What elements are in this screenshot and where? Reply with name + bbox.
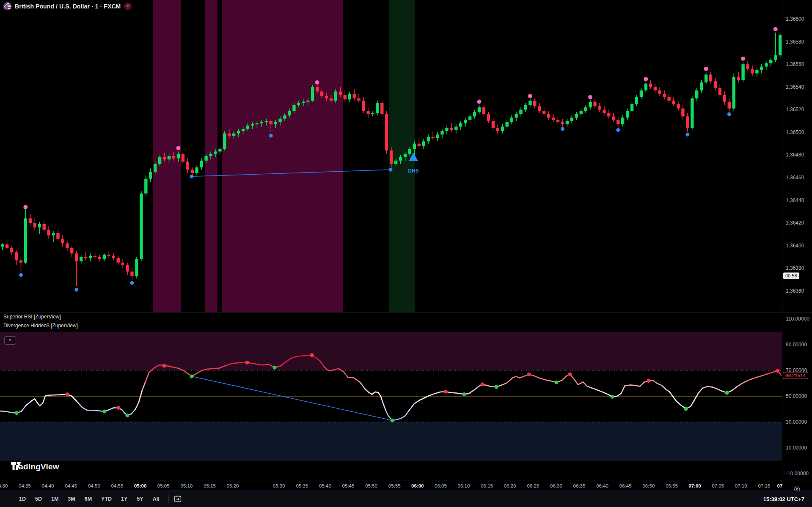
candle-body[interactable]	[144, 179, 147, 194]
candle-body[interactable]	[404, 154, 407, 157]
candle-body[interactable]	[200, 161, 203, 167]
price-axis[interactable]: 1.366001.365801.365601.365401.365201.365…	[782, 0, 812, 312]
candle-body[interactable]	[283, 115, 286, 119]
candle-body[interactable]	[311, 87, 314, 101]
candle-body[interactable]	[330, 98, 333, 100]
candle-body[interactable]	[135, 259, 138, 276]
candle-body[interactable]	[75, 253, 78, 261]
candle-body[interactable]	[413, 144, 416, 149]
candle-body[interactable]	[427, 137, 429, 142]
rsi-indicator-pane[interactable]	[0, 312, 782, 480]
candle-body[interactable]	[348, 94, 351, 99]
candle-body[interactable]	[487, 114, 490, 121]
candle-body[interactable]	[112, 256, 115, 258]
candle-body[interactable]	[251, 124, 254, 126]
range-button-6m[interactable]: 6M	[81, 494, 96, 504]
candle-body[interactable]	[278, 119, 281, 122]
candle-body[interactable]	[654, 87, 657, 90]
candle-body[interactable]	[186, 162, 189, 170]
candle-body[interactable]	[204, 156, 207, 161]
tradingview-logo[interactable]: TradingView	[11, 462, 59, 471]
candle-body[interactable]	[524, 105, 527, 110]
candle-body[interactable]	[80, 257, 83, 261]
candle-body[interactable]	[589, 102, 592, 107]
candle-body[interactable]	[459, 123, 462, 126]
candle-body[interactable]	[352, 94, 355, 99]
candle-body[interactable]	[38, 224, 41, 227]
collapse-indicator-button[interactable]: ^	[4, 336, 16, 345]
candle-body[interactable]	[218, 149, 221, 151]
candle-body[interactable]	[635, 97, 638, 104]
candle-body[interactable]	[566, 121, 569, 124]
candle-body[interactable]	[473, 112, 476, 117]
candle-body[interactable]	[418, 144, 421, 146]
candle-body[interactable]	[765, 63, 768, 66]
candle-body[interactable]	[580, 111, 583, 114]
candle-body[interactable]	[177, 154, 180, 159]
candle-body[interactable]	[66, 243, 69, 248]
candle-body[interactable]	[575, 114, 578, 118]
candle-body[interactable]	[751, 69, 754, 74]
candle-body[interactable]	[454, 126, 457, 130]
market-status-icon[interactable]: ≈	[124, 3, 132, 10]
candle-body[interactable]	[492, 121, 495, 128]
candle-body[interactable]	[746, 64, 749, 69]
candle-body[interactable]	[728, 102, 731, 109]
candle-body[interactable]	[292, 105, 295, 111]
candle-body[interactable]	[103, 255, 106, 259]
divergence-anchor-dot[interactable]	[190, 175, 194, 178]
candle-body[interactable]	[209, 154, 212, 156]
candle-body[interactable]	[117, 258, 120, 263]
candle-body[interactable]	[306, 101, 309, 102]
candle-body[interactable]	[288, 111, 291, 115]
candle-body[interactable]	[98, 257, 101, 259]
candle-body[interactable]	[617, 120, 619, 124]
candle-body[interactable]	[399, 157, 402, 161]
candle-body[interactable]	[598, 106, 601, 110]
candle-body[interactable]	[24, 218, 27, 262]
candle-body[interactable]	[737, 77, 740, 80]
candle-body[interactable]	[755, 70, 758, 74]
candle-body[interactable]	[515, 114, 517, 118]
candle-body[interactable]	[357, 98, 360, 100]
candle-body[interactable]	[163, 157, 166, 159]
time-axis[interactable]: 04:3004:3504:4004:4504:5004:5505:0005:05…	[0, 480, 812, 491]
candle-body[interactable]	[408, 149, 411, 154]
candle-body[interactable]	[445, 128, 448, 131]
candle-body[interactable]	[52, 233, 55, 235]
candle-body[interactable]	[626, 111, 629, 118]
candle-body[interactable]	[769, 60, 772, 63]
candle-body[interactable]	[774, 55, 777, 60]
candle-body[interactable]	[700, 82, 703, 90]
candle-body[interactable]	[547, 114, 550, 118]
candle-body[interactable]	[593, 102, 596, 107]
candle-body[interactable]	[297, 103, 300, 105]
rsi-title-superior[interactable]: Superior RSI [ZuperView]	[0, 312, 65, 321]
candle-body[interactable]	[126, 265, 129, 271]
candle-body[interactable]	[130, 271, 133, 276]
candle-body[interactable]	[663, 94, 666, 97]
candle-body[interactable]	[695, 90, 698, 99]
candle-body[interactable]	[94, 256, 96, 257]
candle-body[interactable]	[42, 224, 45, 230]
candle-body[interactable]	[223, 134, 226, 149]
candle-body[interactable]	[232, 134, 235, 136]
candle-body[interactable]	[552, 118, 555, 120]
candle-body[interactable]	[237, 131, 240, 133]
candle-body[interactable]	[154, 164, 157, 172]
range-button-1d[interactable]: 1D	[15, 494, 30, 504]
candle-body[interactable]	[29, 218, 32, 223]
candle-body[interactable]	[681, 109, 684, 117]
candle-body[interactable]	[33, 223, 36, 227]
candle-body[interactable]	[214, 151, 217, 153]
range-button-1m[interactable]: 1M	[47, 494, 62, 504]
candle-body[interactable]	[385, 114, 388, 151]
candle-body[interactable]	[376, 103, 379, 113]
candle-body[interactable]	[61, 239, 64, 244]
candle-body[interactable]	[501, 126, 504, 131]
candle-body[interactable]	[630, 104, 633, 111]
candle-body[interactable]	[468, 116, 471, 120]
candle-body[interactable]	[741, 64, 744, 80]
candle-body[interactable]	[686, 116, 689, 128]
candle-body[interactable]	[718, 88, 721, 95]
